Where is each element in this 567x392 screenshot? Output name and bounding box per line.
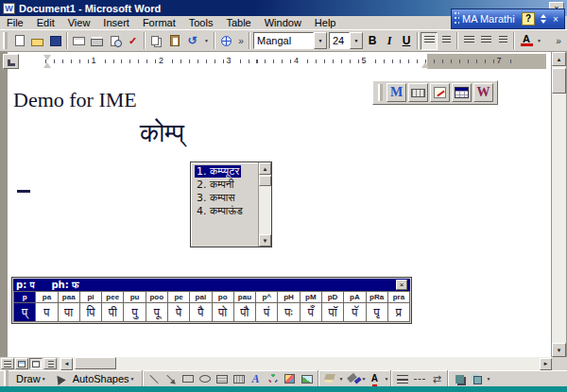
print-layout-view-button[interactable] — [29, 358, 43, 369]
font-size-combo[interactable]: 24 ▼ — [329, 32, 363, 49]
insert-picture-button[interactable] — [299, 371, 316, 386]
threed-style-button[interactable] — [468, 371, 485, 386]
menu-help[interactable]: Help — [308, 16, 343, 29]
candidate-item[interactable]: 3. कम्पास — [195, 192, 258, 205]
font-name-dropdown-icon[interactable]: ▼ — [314, 32, 327, 49]
more-buttons-icon[interactable]: » — [235, 36, 247, 46]
increase-indent-button[interactable] — [494, 32, 511, 50]
font-name-value[interactable]: Mangal — [253, 32, 314, 49]
autoshapes-menu-button[interactable]: AutoShapes ▼ — [68, 371, 140, 386]
ime-menu-button[interactable]: M — [387, 83, 406, 102]
lookup-title-bar[interactable]: p: प ph: फ × — [13, 279, 410, 291]
vertical-scrollbar[interactable]: ▲ ▼ — [552, 52, 566, 357]
menu-edit[interactable]: Edit — [30, 16, 61, 29]
lookup-close-button[interactable]: × — [396, 280, 407, 290]
line-button[interactable] — [146, 371, 163, 386]
candidate-item[interactable]: 2. कम्पनी — [195, 179, 258, 192]
undo-button[interactable]: ↺ — [183, 32, 201, 50]
print-preview-button[interactable] — [106, 32, 124, 50]
scroll-right-icon[interactable]: ► — [540, 358, 552, 370]
save-button[interactable] — [46, 32, 64, 50]
right-indent-marker[interactable] — [421, 62, 429, 68]
ime-writing-pad-button[interactable] — [430, 83, 450, 102]
fill-color-button[interactable] — [321, 371, 338, 386]
dash-style-button[interactable] — [411, 371, 428, 386]
insert-diagram-button[interactable] — [265, 371, 282, 386]
normal-view-button[interactable] — [1, 358, 14, 369]
bullet-list-button[interactable] — [477, 32, 494, 50]
ime-toolbar-grip[interactable] — [378, 84, 383, 101]
drawbar-more-icon[interactable]: ▼ — [486, 376, 490, 382]
drawing-toolbar-grip[interactable] — [4, 370, 9, 387]
menu-view[interactable]: View — [61, 16, 97, 29]
spelling-button[interactable]: ✓ — [124, 32, 142, 50]
paste-button[interactable] — [165, 32, 183, 50]
language-bar[interactable]: MA Marathi ? × — [451, 9, 565, 29]
text-box-button[interactable] — [214, 371, 231, 386]
menu-window[interactable]: Window — [258, 16, 308, 29]
candidate-scrollbar[interactable]: ▲ ▼ — [258, 162, 271, 247]
ime-word-button[interactable]: W — [473, 83, 493, 102]
print-button[interactable] — [88, 32, 106, 50]
ime-lookup-table-button[interactable] — [452, 83, 472, 102]
insert-clipart-button[interactable] — [282, 371, 299, 386]
oval-button[interactable] — [197, 371, 214, 386]
ime-keyboard-button[interactable] — [408, 83, 428, 102]
menu-file[interactable]: File — [0, 16, 30, 29]
select-object-button[interactable] — [51, 371, 68, 386]
font-size-value[interactable]: 24 — [329, 32, 350, 49]
undo-dropdown-button[interactable]: ▼ — [201, 32, 212, 50]
arrow-button[interactable] — [163, 371, 180, 386]
line-style-button[interactable] — [394, 371, 411, 386]
numbered-list-button[interactable] — [460, 32, 477, 50]
font-name-combo[interactable]: Mangal ▼ — [253, 32, 327, 49]
font-color-dropdown-icon[interactable]: ▼ — [384, 376, 388, 382]
horizontal-scroll-track[interactable] — [73, 357, 540, 370]
candidate-item[interactable]: 4. कम्पाऊंड — [195, 205, 258, 218]
menu-insert[interactable]: Insert — [96, 16, 136, 29]
more-buttons-icon[interactable]: » — [553, 36, 564, 46]
hanging-indent-marker[interactable] — [43, 62, 51, 68]
menu-tools[interactable]: Tools — [182, 16, 220, 29]
copy-button[interactable] — [147, 32, 165, 50]
underline-button[interactable]: U — [398, 32, 415, 50]
align-center-button[interactable] — [438, 32, 455, 50]
rectangle-button[interactable] — [180, 371, 197, 386]
ime-toolbar[interactable]: M W — [372, 80, 498, 105]
italic-button[interactable]: I — [381, 32, 398, 50]
scroll-left-icon[interactable]: ◄ — [60, 358, 73, 370]
insert-wordart-button[interactable]: A — [248, 371, 265, 386]
bold-button[interactable]: B — [364, 32, 381, 50]
font-color-dropdown-icon[interactable]: ▼ — [537, 38, 541, 43]
language-bar-close-button[interactable]: × — [549, 12, 562, 26]
language-bar-options-button[interactable] — [538, 12, 549, 26]
open-button[interactable] — [28, 32, 46, 50]
font-size-dropdown-icon[interactable]: ▼ — [350, 32, 363, 49]
candidate-scroll-track[interactable] — [259, 186, 271, 234]
toolbar-grip[interactable] — [3, 32, 8, 49]
web-layout-view-button[interactable] — [15, 358, 28, 369]
line-color-button[interactable] — [343, 371, 360, 386]
language-bar-help-button[interactable]: ? — [522, 12, 535, 26]
hyperlink-button[interactable] — [217, 32, 235, 50]
draw-menu-button[interactable]: Draw ▼ — [11, 371, 51, 386]
menu-format[interactable]: Format — [136, 16, 182, 29]
arrow-style-button[interactable]: ⇄ — [428, 371, 445, 386]
candidate-scroll-thumb[interactable] — [259, 176, 271, 186]
scroll-down-icon[interactable]: ▼ — [552, 343, 566, 357]
font-color-button[interactable]: A — [366, 371, 383, 386]
candidate-item[interactable]: 1. कम्प्यूटर — [195, 165, 258, 179]
align-left-button[interactable] — [421, 32, 438, 50]
menu-table[interactable]: Table — [219, 16, 257, 29]
first-line-indent-marker[interactable] — [43, 55, 51, 60]
email-button[interactable] — [70, 32, 88, 50]
candidate-scroll-up-icon[interactable]: ▲ — [259, 162, 271, 175]
tab-selector-button[interactable] — [3, 54, 19, 69]
vertical-scroll-thumb[interactable] — [552, 68, 566, 94]
scroll-up-icon[interactable]: ▲ — [552, 52, 566, 66]
outline-view-button[interactable] — [43, 358, 57, 369]
font-color-button[interactable]: A — [517, 32, 536, 50]
candidate-scroll-down-icon[interactable]: ▼ — [259, 234, 271, 247]
vertical-text-box-button[interactable] — [231, 371, 248, 386]
shadow-style-button[interactable] — [451, 371, 468, 386]
